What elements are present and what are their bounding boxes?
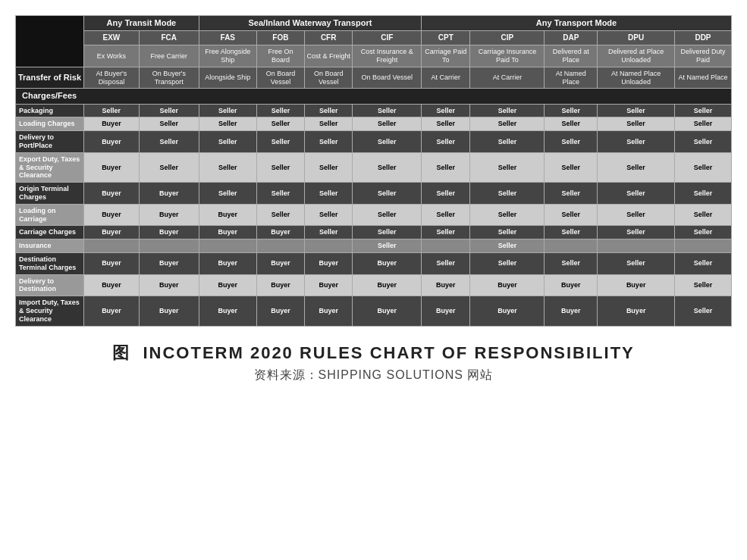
- cell: Seller: [470, 152, 545, 182]
- cell: Seller: [353, 117, 422, 131]
- cell: Buyer: [139, 226, 199, 239]
- cell: Seller: [256, 204, 304, 226]
- cell: Buyer: [139, 296, 199, 326]
- cell: Seller: [199, 131, 256, 153]
- cell: Seller: [353, 152, 422, 182]
- cell: Seller: [674, 274, 731, 296]
- cell: Buyer: [256, 252, 304, 274]
- label-origin-terminal: Origin Terminal Charges: [16, 183, 84, 205]
- caption-icon: 图: [112, 343, 130, 362]
- group-any-transit: Any Transit Mode: [84, 16, 199, 31]
- cell: Buyer: [139, 183, 199, 205]
- cell: [256, 239, 304, 253]
- cell: Buyer: [139, 274, 199, 296]
- label-loading-carriage: Loading on Carriage: [16, 204, 84, 226]
- cell: Seller: [545, 131, 598, 153]
- cell: [139, 239, 199, 253]
- risk-exw: At Buyer's Disposal: [84, 67, 140, 89]
- incoterm-table-container: Any Transit Mode Sea/Inland Waterway Tra…: [15, 15, 732, 327]
- cell: Buyer: [84, 296, 140, 326]
- row-loading-carriage: Loading on Carriage Buyer Buyer Buyer Se…: [16, 204, 732, 226]
- cell: Seller: [256, 131, 304, 153]
- row-carriage-charges: Carriage Charges Buyer Buyer Buyer Buyer…: [16, 226, 732, 239]
- cell: Seller: [304, 117, 352, 131]
- code-fas: FAS: [199, 31, 256, 45]
- code-ddp: DDP: [674, 31, 731, 45]
- transfer-of-risk-label: Transfer of Risk: [16, 67, 84, 89]
- cell: Buyer: [422, 274, 470, 296]
- cell: Buyer: [256, 296, 304, 326]
- cell: Seller: [304, 204, 352, 226]
- cell: Buyer: [84, 183, 140, 205]
- cell: Seller: [353, 239, 422, 253]
- cell: Seller: [304, 226, 352, 239]
- label-delivery-port: Delivery to Port/Place: [16, 131, 84, 153]
- cell: [674, 239, 731, 253]
- desc-cpt: Carriage Paid To: [422, 45, 470, 67]
- desc-exw: Ex Works: [84, 45, 140, 67]
- row-delivery-destination: Delivery to Destination Buyer Buyer Buye…: [16, 274, 732, 296]
- cell: Seller: [353, 204, 422, 226]
- cell: Buyer: [353, 252, 422, 274]
- cell: Seller: [199, 117, 256, 131]
- row-delivery-port: Delivery to Port/Place Buyer Seller Sell…: [16, 131, 732, 153]
- cell: Buyer: [84, 204, 140, 226]
- cell: Seller: [674, 183, 731, 205]
- cell: Buyer: [598, 296, 675, 326]
- cell: Seller: [422, 152, 470, 182]
- cell: Seller: [353, 131, 422, 153]
- code-cip: CIP: [470, 31, 545, 45]
- cell: Buyer: [353, 274, 422, 296]
- risk-cpt: At Carrier: [422, 67, 470, 89]
- cell: Buyer: [422, 296, 470, 326]
- caption: 图 INCOTERM 2020 RULES CHART OF RESPONSIB…: [15, 342, 732, 383]
- cell: Buyer: [84, 226, 140, 239]
- row-packaging: Packaging Seller Seller Seller Seller Se…: [16, 104, 732, 117]
- cell: Buyer: [470, 296, 545, 326]
- label-export-duty: Export Duty, Taxes & Security Clearance: [16, 152, 84, 182]
- risk-dpu: At Named Place Unloaded: [598, 67, 675, 89]
- risk-cip: At Carrier: [470, 67, 545, 89]
- label-insurance: Insurance: [16, 239, 84, 253]
- cell: Buyer: [84, 274, 140, 296]
- group-any-transport: Any Transport Mode: [422, 16, 732, 31]
- cell: Seller: [470, 226, 545, 239]
- cell: Buyer: [304, 252, 352, 274]
- cell: Seller: [422, 117, 470, 131]
- cell: Seller: [353, 104, 422, 117]
- cell: Buyer: [353, 296, 422, 326]
- cell: Seller: [256, 183, 304, 205]
- cell: Seller: [545, 226, 598, 239]
- risk-cif: On Board Vessel: [353, 67, 422, 89]
- cell: [304, 239, 352, 253]
- cell: Seller: [598, 152, 675, 182]
- cell: Buyer: [199, 296, 256, 326]
- cell: Buyer: [304, 296, 352, 326]
- desc-fca: Free Carrier: [139, 45, 199, 67]
- cell: Buyer: [199, 204, 256, 226]
- cell: Seller: [674, 296, 731, 326]
- risk-ddp: At Named Place: [674, 67, 731, 89]
- cell: Seller: [545, 204, 598, 226]
- cell: [199, 239, 256, 253]
- charges-fees-header: Charges/Fees: [16, 89, 732, 104]
- row-export-duty: Export Duty, Taxes & Security Clearance …: [16, 152, 732, 182]
- cell: Buyer: [199, 252, 256, 274]
- cell: Seller: [422, 104, 470, 117]
- empty-header: [16, 16, 84, 67]
- desc-cif: Cost Insurance & Freight: [353, 45, 422, 67]
- cell: Seller: [256, 117, 304, 131]
- label-carriage-charges: Carriage Charges: [16, 226, 84, 239]
- cell: Seller: [598, 131, 675, 153]
- label-destination-terminal: Destination Terminal Charges: [16, 252, 84, 274]
- cell: [422, 239, 470, 253]
- code-cfr: CFR: [304, 31, 352, 45]
- cell: Seller: [545, 183, 598, 205]
- cell: Seller: [674, 152, 731, 182]
- cell: Seller: [674, 204, 731, 226]
- cell: Seller: [422, 131, 470, 153]
- cell: Seller: [470, 239, 545, 253]
- cell: Buyer: [199, 274, 256, 296]
- cell: Seller: [545, 104, 598, 117]
- code-dpu: DPU: [598, 31, 675, 45]
